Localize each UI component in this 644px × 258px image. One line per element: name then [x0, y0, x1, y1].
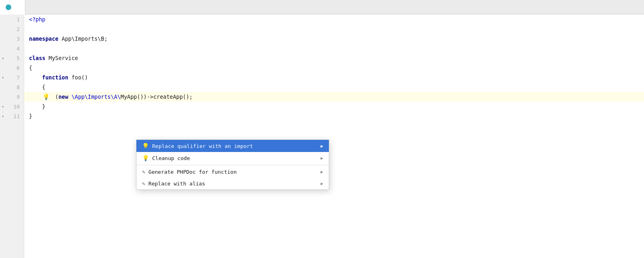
- token-plain: MyService: [45, 55, 78, 61]
- code-line-5: class MyService: [24, 53, 644, 63]
- line-number-4: 4: [0, 44, 24, 53]
- token-kw-namespace: namespace: [29, 35, 58, 42]
- file-tab[interactable]: [0, 0, 25, 15]
- submenu-arrow-cleanup-code: ▶: [320, 156, 323, 161]
- line-number-10: ▾10: [0, 102, 24, 111]
- code-content[interactable]: <?phpnamespace App\Imports\B;class MySer…: [24, 15, 644, 258]
- lightbulb-menu-icon: 💡: [142, 143, 149, 149]
- code-line-3: namespace App\Imports\B;: [24, 34, 644, 44]
- editor-area: 1234▾56▾789▾10▾11 <?phpnamespace App\Imp…: [0, 15, 644, 258]
- line-number-9: 9: [0, 92, 24, 102]
- submenu-arrow-replace-qualifier: ▶: [320, 144, 323, 149]
- token-ns-path: \App\Imports\A\: [68, 94, 121, 100]
- code-line-10: }: [24, 102, 644, 111]
- refactor-menu-icon: ✎: [142, 169, 145, 175]
- line-number-6: 6: [0, 63, 24, 73]
- context-menu: 💡Replace qualifier with an import▶💡Clean…: [136, 139, 329, 190]
- token-plain: {: [29, 64, 32, 71]
- line-number-2: 2: [0, 24, 24, 34]
- fold-icon-11[interactable]: ▾: [2, 114, 4, 119]
- code-line-11: }: [24, 111, 644, 121]
- line-number-8: 8: [0, 82, 24, 92]
- line-number-3: 3: [0, 34, 24, 44]
- token-plain: {: [42, 84, 45, 90]
- lightbulb-menu-icon: 💡: [142, 155, 149, 161]
- fold-icon-5[interactable]: ▾: [2, 56, 4, 60]
- code-line-2: [24, 24, 644, 34]
- menu-item-label-replace-with-alias: Replace with alias: [149, 181, 318, 187]
- menu-item-label-replace-qualifier: Replace qualifier with an import: [152, 143, 317, 149]
- code-line-8: {: [24, 82, 644, 92]
- code-line-1: <?php: [24, 15, 644, 24]
- menu-item-label-cleanup-code: Cleanup code: [152, 155, 317, 161]
- code-line-7: function foo(): [24, 73, 644, 82]
- token-plain: }: [42, 103, 45, 110]
- line-number-1: 1: [0, 15, 24, 24]
- token-plain: MyApp())->createApp();: [121, 94, 193, 100]
- menu-divider: [136, 165, 329, 165]
- line-number-7: ▾7: [0, 73, 24, 82]
- token-plain: App\Imports\B;: [58, 35, 107, 42]
- submenu-arrow-generate-phpdoc: ▶: [320, 169, 323, 175]
- fold-icon-7[interactable]: ▾: [2, 75, 4, 80]
- token-plain: foo(): [68, 74, 88, 81]
- fold-icon-10[interactable]: ▾: [2, 104, 4, 109]
- menu-item-generate-phpdoc[interactable]: ✎Generate PHPDoc for function▶: [136, 166, 329, 178]
- menu-item-cleanup-code[interactable]: 💡Cleanup code▶: [136, 152, 329, 164]
- line-numbers-gutter: 1234▾56▾789▾10▾11: [0, 15, 24, 258]
- code-line-9: 💡 (new \App\Imports\A\MyApp())->createAp…: [24, 92, 644, 102]
- submenu-arrow-replace-with-alias: ▶: [320, 181, 323, 186]
- menu-item-replace-qualifier[interactable]: 💡Replace qualifier with an import▶: [136, 140, 329, 152]
- refactor-menu-icon: ✎: [142, 181, 145, 187]
- token-kw-class: class: [29, 55, 45, 61]
- line-number-11: ▾11: [0, 111, 24, 121]
- token-kw-new: new: [58, 94, 68, 100]
- code-line-6: {: [24, 63, 644, 73]
- token-kw-tag: <?php: [29, 16, 45, 23]
- code-line-4: [24, 44, 644, 53]
- tab-bar: [0, 0, 644, 15]
- lightbulb-icon[interactable]: 💡: [43, 94, 50, 100]
- menu-item-replace-with-alias[interactable]: ✎Replace with alias▶: [136, 178, 329, 189]
- token-plain: (: [55, 94, 58, 100]
- menu-item-label-generate-phpdoc: Generate PHPDoc for function: [149, 169, 318, 175]
- token-plain: }: [29, 113, 32, 119]
- file-type-icon: [6, 4, 11, 10]
- token-kw-function: function: [42, 74, 68, 81]
- line-number-5: ▾5: [0, 53, 24, 63]
